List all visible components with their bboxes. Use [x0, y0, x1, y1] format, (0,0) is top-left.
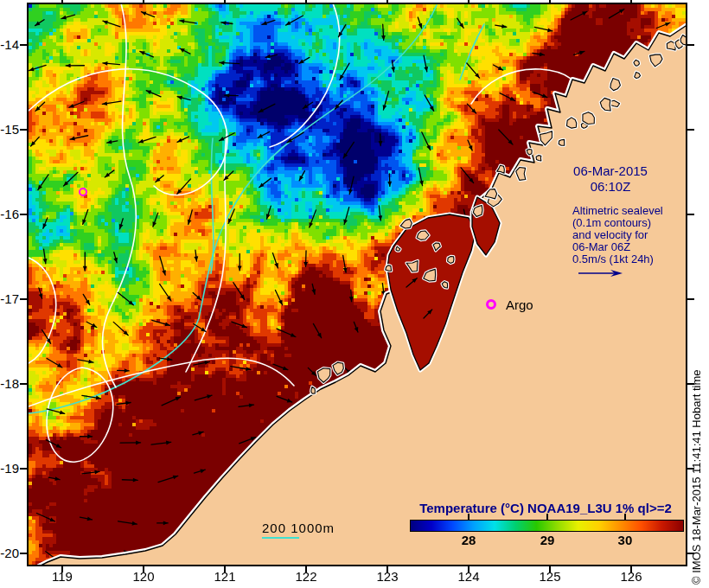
- lon-tick-top: [468, 0, 469, 3]
- lat-tick-label: -18: [0, 376, 19, 391]
- datetime-line1: 06-Mar-2015: [545, 163, 676, 179]
- colorbar-tick-label: 28: [451, 533, 486, 547]
- depth-scale-label: 200 1000m: [262, 521, 335, 535]
- altimetric-line: Altimetric sealevel: [572, 205, 663, 217]
- lon-tick-top: [61, 0, 63, 3]
- colorbar-tick: [468, 514, 469, 520]
- altimetric-line: (0.1m contours): [572, 217, 663, 229]
- lat-tick-left: [20, 214, 27, 215]
- lat-tick-label: -16: [0, 207, 19, 221]
- lon-tick-top: [549, 0, 551, 3]
- lon-tick-label: 123: [368, 569, 406, 584]
- lat-tick-left: [20, 468, 27, 470]
- altimetric-annotation: Altimetric sealevel (0.1m contours) and …: [572, 205, 663, 265]
- lat-tick-right: [687, 129, 694, 131]
- datetime-annotation: 06-Mar-2015 06:10Z: [545, 163, 676, 195]
- lat-tick-label: -15: [0, 122, 19, 137]
- lat-tick-left: [20, 298, 27, 300]
- colorbar-tick-label: 30: [608, 533, 642, 547]
- lon-tick-label: 124: [450, 569, 488, 584]
- lat-tick-label: -14: [0, 37, 19, 52]
- colorbar-tick: [624, 514, 626, 520]
- lat-tick-label: -17: [0, 291, 19, 306]
- lon-tick-label: 119: [43, 569, 81, 584]
- colorbar-tick-label: 29: [530, 533, 565, 547]
- lon-tick-label: 126: [612, 569, 650, 584]
- sst-map-figure: 119120121122123124125126-14-15-16-17-18-…: [0, 0, 709, 588]
- copyright-text: © IMOS 18-Mar-2015 11:41:41 Hobart time: [690, 369, 703, 585]
- lon-tick-label: 120: [125, 569, 163, 584]
- lon-tick-label: 125: [531, 569, 569, 584]
- lat-tick-left: [20, 129, 27, 131]
- lon-tick-label: 122: [287, 569, 325, 584]
- altimetric-line: 06-Mar 06Z: [572, 241, 663, 253]
- lon-tick-label: 121: [206, 569, 244, 584]
- lat-tick-right: [687, 298, 694, 300]
- altimetric-line: 0.5m/s (1kt 24h): [572, 253, 663, 265]
- sst-map-canvas: [29, 4, 686, 565]
- colorbar-title: Temperature (°C) NOAA19_L3U 1% ql>=2: [402, 501, 689, 515]
- colorbar-tick: [546, 514, 548, 520]
- argo-marker-2-icon: [79, 188, 87, 196]
- lat-tick-left: [20, 383, 27, 385]
- lat-tick-right: [687, 44, 694, 46]
- altimetric-line: and velocity for: [572, 229, 663, 241]
- datetime-line2: 06:10Z: [545, 179, 676, 195]
- colorbar-gradient: [410, 520, 684, 532]
- lon-tick-top: [224, 0, 226, 3]
- depth-scale-line: [262, 537, 299, 539]
- lon-tick-top: [143, 0, 144, 3]
- lat-tick-label: -19: [0, 461, 19, 476]
- lat-tick-right: [687, 214, 694, 215]
- argo-marker-icon: [486, 299, 496, 310]
- lon-tick-top: [630, 0, 632, 3]
- lat-tick-left: [20, 553, 27, 554]
- argo-label: Argo: [506, 297, 533, 312]
- velocity-scale-arrow-icon: [578, 268, 624, 278]
- lat-tick-label: -20: [0, 546, 19, 560]
- lat-tick-left: [20, 44, 27, 46]
- lon-tick-top: [305, 0, 307, 3]
- lon-tick-top: [386, 0, 388, 3]
